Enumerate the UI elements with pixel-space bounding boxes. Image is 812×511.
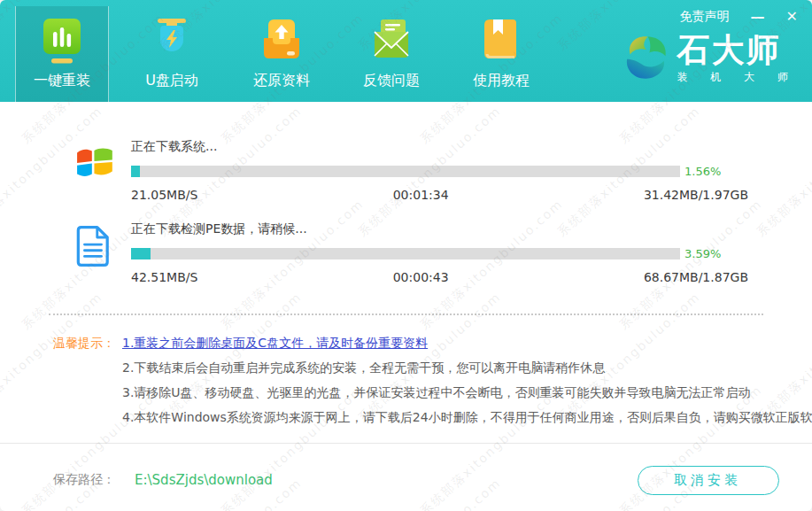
download-speed: 21.05MB/S [131,188,197,202]
bar-chart-icon [41,17,83,68]
progress-bar-track [131,248,680,259]
disclaimer-link[interactable]: 免责声明 [680,9,730,25]
cancel-install-button[interactable]: 取消安装 [638,466,779,495]
feedback-envelope-icon [370,17,413,68]
minimize-icon[interactable]: — [751,10,765,24]
download-title: 正在下载系统... [131,139,748,155]
brand-tagline: 装 机 大 师 [677,70,798,85]
tab-one-key-reinstall[interactable]: 一键重装 [15,6,109,102]
restore-box-icon [260,17,303,68]
progress-bar-fill [131,248,151,259]
download-title: 正在下载检测PE数据，请稍候... [131,221,748,237]
download-size: 68.67MB/1.87GB [644,270,748,284]
tab-tutorial[interactable]: 使用教程 [454,6,548,102]
tab-usb-boot[interactable]: U盘启动 [125,6,219,102]
save-path-label: 保存路径： [53,472,115,488]
tips-section: 温馨提示： 1.重装之前会删除桌面及C盘文件，请及时备份重要资料 2.下载结束后… [53,330,812,430]
tip-item-backup[interactable]: 1.重装之前会删除桌面及C盘文件，请及时备份重要资料 [122,330,812,355]
brand-logo: 石大师 装 机 大 师 [619,32,798,87]
close-icon[interactable]: ✕ [786,10,798,24]
download-size: 31.42MB/1.97GB [644,188,748,202]
tips-label: 温馨提示： [53,330,122,430]
tab-label-one-key-reinstall: 一键重装 [34,72,90,90]
progress-bar-fill [131,166,140,177]
save-path-value: E:\SdsZjds\download [135,472,273,488]
progress-percent: 3.59% [684,247,721,260]
download-time: 00:01:34 [393,188,449,202]
download-section-pe: 正在下载检测PE数据，请稍候... 3.59% 42.51MB/S 00:00:… [75,221,748,284]
footer-divider [0,443,812,444]
brand-name: 石大师 [677,34,798,68]
usb-drive-icon [151,17,193,68]
save-path-row: 保存路径： E:\SdsZjds\download [53,472,273,488]
tip-item-remove-usb: 3.请移除U盘、移动硬盘、光驱里的光盘，并保证安装过程中不会断电，否则重装可能失… [122,380,812,405]
tab-label-usb-boot: U盘启动 [145,72,198,90]
tip-item-auto-restart: 2.下载结束后会自动重启并完成系统的安装，全程无需干预，您可以离开电脑请稍作休息 [122,355,812,380]
brand-swirl-icon [619,32,670,87]
tip-item-license: 4.本软件Windows系统资源均来源于网上，请下载后24小时删除，不得用于任何… [122,405,812,430]
tab-label-restore-data: 还原资料 [253,72,310,90]
pe-document-icon [75,221,131,284]
download-section-system: 正在下载系统... 1.56% 21.05MB/S 00:01:34 31.42… [75,139,748,202]
window-controls: 免责声明 — ✕ [680,9,798,25]
windows-logo-icon [75,139,131,202]
progress-percent: 1.56% [684,165,721,178]
tab-label-feedback: 反馈问题 [363,72,420,90]
progress-bar-track [131,166,680,177]
dotted-divider [49,314,763,315]
tips-list: 1.重装之前会删除桌面及C盘文件，请及时备份重要资料 2.下载结束后会自动重启并… [122,330,812,430]
app-window: 一键重装 U盘启动 [0,0,812,511]
tab-restore-data[interactable]: 还原资料 [235,6,329,102]
download-speed: 42.51MB/S [131,270,197,284]
download-time: 00:00:43 [393,270,449,284]
book-icon [480,17,522,68]
tab-label-tutorial: 使用教程 [473,72,530,90]
tab-feedback[interactable]: 反馈问题 [344,6,438,102]
header-bar: 一键重装 U盘启动 [0,0,812,102]
nav-tabs: 一键重装 U盘启动 [15,6,548,102]
